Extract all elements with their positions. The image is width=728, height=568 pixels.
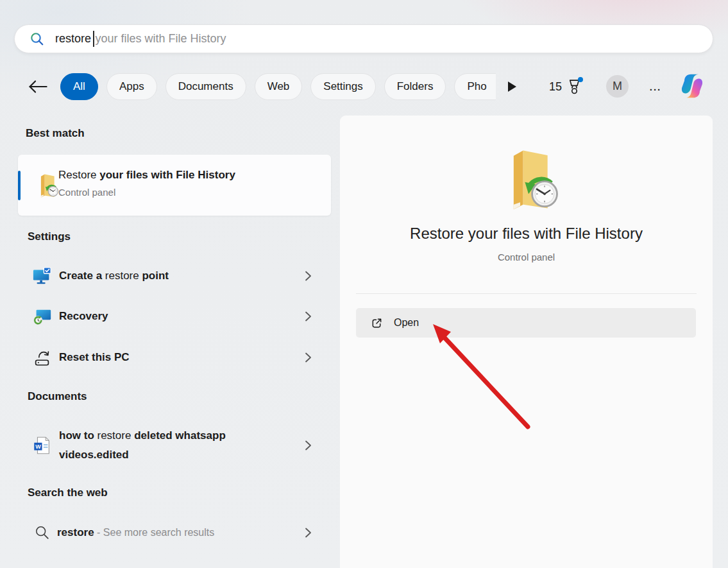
chevron-right-icon [305,311,312,322]
tab-folders[interactable]: Folders [384,73,446,100]
tab-label: Pho [467,80,486,93]
rewards-points: 15 [549,80,562,94]
result-label: Recovery [59,310,108,323]
ellipsis-icon: ... [650,82,662,92]
tab-photos[interactable]: Pho [454,73,496,100]
web-search-icon [34,524,51,541]
title-rest-part: your files with File History [99,169,235,181]
search-panel: restore your files with File History All… [0,0,728,568]
tab-web[interactable]: Web [255,73,303,100]
search-text: restore your files with File History [55,31,226,47]
chevron-right-icon [305,440,312,451]
settings-heading: Settings [28,230,71,243]
copilot-icon[interactable] [678,72,706,100]
more-options-button[interactable]: ... [644,78,667,96]
avatar-initial: M [613,80,622,93]
tab-label: Folders [397,80,434,93]
open-button[interactable]: Open [356,308,696,338]
filter-tabs: All Apps Documents Web Settings Folders … [60,73,496,100]
preview-subtitle: Control panel [340,252,713,262]
result-label: Create a restore point [59,270,169,282]
open-button-label: Open [394,317,419,329]
external-link-icon [371,317,383,329]
tab-label: Settings [323,80,362,93]
preview-panel: Restore your files with File History Con… [340,116,713,568]
monitor-check-icon [32,266,53,286]
best-match-text: Restore your files with File History Con… [58,168,235,198]
tab-documents[interactable]: Documents [165,73,246,100]
rewards-notification-dot [578,77,583,82]
result-create-restore-point[interactable]: Create a restore point [18,258,331,294]
result-web-search[interactable]: restore - See more search results [18,517,331,548]
search-icon [30,31,45,47]
chevron-right-icon [305,352,312,363]
tab-all[interactable]: All [60,73,98,100]
result-label: Reset this PC [59,351,130,364]
search-the-web-heading: Search the web [28,486,108,499]
result-reset-this-pc[interactable]: Reset this PC [18,340,331,375]
best-match-result[interactable]: Restore your files with File History Con… [18,155,331,216]
account-avatar[interactable]: M [606,75,629,98]
chevron-right-icon [305,528,312,538]
best-match-heading: Best match [26,127,85,140]
search-input[interactable]: restore your files with File History [14,24,713,53]
tab-label: Apps [119,80,144,93]
tab-label: All [73,80,85,93]
selection-accent-bar [18,171,21,200]
word-document-icon: W [32,435,53,456]
tab-label: Web [267,80,290,93]
svg-text:W: W [35,443,41,450]
result-label: how to restore deleted whatsapp videos.e… [59,426,271,465]
back-button[interactable] [27,78,49,95]
result-label: restore - See more search results [57,526,214,539]
file-history-large-icon [496,146,561,212]
tab-label: Documents [178,80,233,93]
best-match-subtitle: Control panel [58,187,235,198]
file-history-icon [34,173,60,198]
title-matched-part: Restore [58,169,99,181]
tab-apps[interactable]: Apps [106,73,157,100]
best-match-title: Restore your files with File History [58,168,235,182]
tab-settings[interactable]: Settings [310,73,375,100]
result-recovery[interactable]: Recovery [18,298,331,334]
documents-heading: Documents [28,390,87,403]
search-query: restore [55,32,91,46]
preview-title: Restore your files with File History [340,225,713,243]
chevron-right-icon [305,271,312,282]
monitor-recovery-icon [32,306,53,327]
divider [356,293,697,294]
result-document[interactable]: W how to restore deleted whatsapp videos… [18,418,331,472]
search-suggestion: your files with File History [96,32,226,46]
scroll-tabs-right-icon[interactable] [505,80,518,93]
rewards-button[interactable]: 15 [549,76,582,97]
reset-pc-icon [32,347,53,368]
text-caret [93,31,94,47]
